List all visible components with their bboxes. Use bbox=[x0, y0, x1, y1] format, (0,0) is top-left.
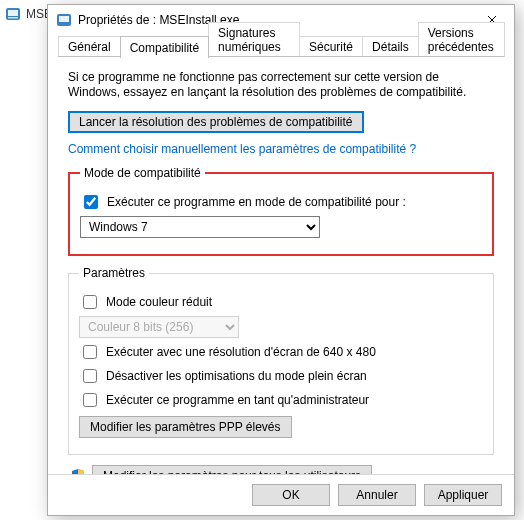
run-admin-checkbox[interactable] bbox=[83, 393, 97, 407]
disable-fullscreen-row[interactable]: Désactiver les optimisations du mode ple… bbox=[79, 366, 483, 386]
disable-fullscreen-checkbox[interactable] bbox=[83, 369, 97, 383]
compat-mode-select[interactable]: Windows 7 bbox=[80, 216, 320, 238]
tab-signatures[interactable]: Signatures numériques bbox=[208, 22, 300, 57]
cancel-button[interactable]: Annuler bbox=[338, 484, 416, 506]
all-users-row: Modifier les paramètres pour tous les ut… bbox=[70, 465, 492, 474]
compat-mode-legend: Mode de compatibilité bbox=[80, 166, 205, 180]
reduced-color-checkbox[interactable] bbox=[83, 295, 97, 309]
tab-details[interactable]: Détails bbox=[362, 36, 419, 57]
svg-rect-2 bbox=[8, 17, 18, 19]
tab-general[interactable]: Général bbox=[58, 36, 121, 57]
tab-body-compatibility: Si ce programme ne fonctionne pas correc… bbox=[48, 57, 514, 474]
run-admin-row[interactable]: Exécuter ce programme en tant qu'adminis… bbox=[79, 390, 483, 410]
tab-security[interactable]: Sécurité bbox=[299, 36, 363, 57]
svg-rect-1 bbox=[8, 10, 18, 16]
tab-strip: Général Compatibilité Signatures numériq… bbox=[48, 35, 514, 57]
res640-row[interactable]: Exécuter avec une résolution d'écran de … bbox=[79, 342, 483, 362]
compat-mode-row[interactable]: Exécuter ce programme en mode de compati… bbox=[80, 192, 482, 212]
dialog-footer: OK Annuler Appliquer bbox=[48, 474, 514, 515]
reduced-color-label: Mode couleur réduit bbox=[106, 295, 212, 309]
color-depth-select: Couleur 8 bits (256) bbox=[79, 316, 239, 338]
dialog-app-icon bbox=[56, 12, 72, 28]
all-users-button[interactable]: Modifier les paramètres pour tous les ut… bbox=[92, 465, 372, 474]
settings-legend: Paramètres bbox=[79, 266, 149, 280]
res640-label: Exécuter avec une résolution d'écran de … bbox=[106, 345, 376, 359]
tab-previous-versions[interactable]: Versions précédentes bbox=[418, 22, 505, 57]
tab-compatibility[interactable]: Compatibilité bbox=[120, 36, 209, 58]
exe-icon bbox=[5, 6, 21, 22]
settings-group: Paramètres Mode couleur réduit Couleur 8… bbox=[68, 266, 494, 455]
apply-button[interactable]: Appliquer bbox=[424, 484, 502, 506]
compat-mode-checkbox[interactable] bbox=[84, 195, 98, 209]
troubleshoot-button[interactable]: Lancer la résolution des problèmes de co… bbox=[68, 111, 364, 133]
manual-settings-link[interactable]: Comment choisir manuellement les paramèt… bbox=[68, 142, 416, 156]
ok-button[interactable]: OK bbox=[252, 484, 330, 506]
reduced-color-row[interactable]: Mode couleur réduit bbox=[79, 292, 483, 312]
svg-rect-4 bbox=[59, 16, 69, 22]
dpi-settings-button[interactable]: Modifier les paramètres PPP élevés bbox=[79, 416, 292, 438]
res640-checkbox[interactable] bbox=[83, 345, 97, 359]
run-admin-label: Exécuter ce programme en tant qu'adminis… bbox=[106, 393, 369, 407]
properties-dialog: Propriétés de : MSEInstall.exe Général C… bbox=[47, 4, 515, 516]
compat-mode-group: Mode de compatibilité Exécuter ce progra… bbox=[68, 166, 494, 256]
disable-fullscreen-label: Désactiver les optimisations du mode ple… bbox=[106, 369, 367, 383]
compat-mode-label: Exécuter ce programme en mode de compati… bbox=[107, 195, 406, 209]
intro-text: Si ce programme ne fonctionne pas correc… bbox=[68, 70, 494, 100]
